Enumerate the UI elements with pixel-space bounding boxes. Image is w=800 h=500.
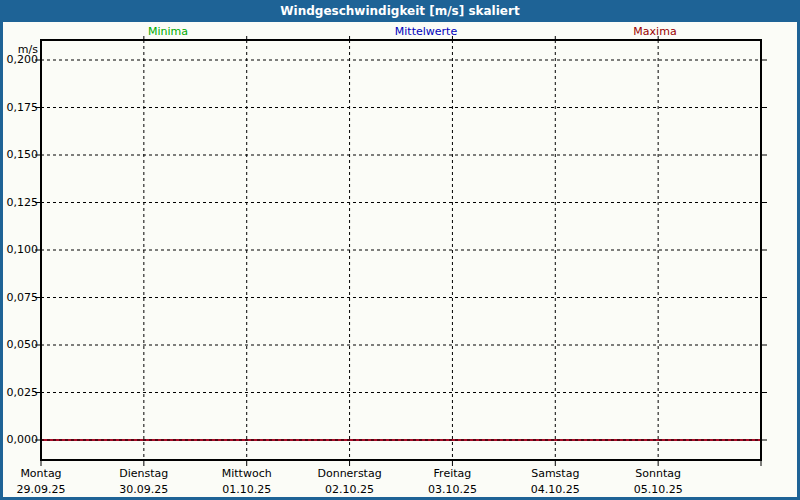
- x-date-label: 03.10.25: [397, 483, 507, 496]
- x-day-label: Freitag: [397, 467, 507, 480]
- x-day-label: Samstag: [500, 467, 610, 480]
- y-tick-label: 0,125: [2, 196, 38, 209]
- x-date-label: 30.09.25: [89, 483, 199, 496]
- y-tick-label: 0,100: [2, 243, 38, 256]
- chart-window: Windgeschwindigkeit [m/s] skaliert Minim…: [0, 0, 800, 500]
- x-day-label: Dienstag: [89, 467, 199, 480]
- x-date-label: 02.10.25: [295, 483, 405, 496]
- x-day-label: Montag: [0, 467, 96, 480]
- y-tick-label: 0,000: [2, 433, 38, 446]
- x-date-label: 04.10.25: [500, 483, 610, 496]
- x-day-label: Sonntag: [603, 467, 713, 480]
- y-tick-label: 0,025: [2, 386, 38, 399]
- y-tick-label: 0,150: [2, 148, 38, 161]
- y-tick-label: 0,050: [2, 338, 38, 351]
- y-tick-label: 0,175: [2, 101, 38, 114]
- x-day-label: Donnerstag: [295, 467, 405, 480]
- x-date-label: 01.10.25: [192, 483, 302, 496]
- axis-labels: 0,2000,1750,1500,1250,1000,0750,0500,025…: [0, 0, 800, 500]
- x-date-label: 29.09.25: [0, 483, 96, 496]
- y-tick-label: 0,075: [2, 291, 38, 304]
- x-date-label: 05.10.25: [603, 483, 713, 496]
- x-day-label: Mittwoch: [192, 467, 302, 480]
- y-axis-unit-label: m/s: [2, 43, 38, 56]
